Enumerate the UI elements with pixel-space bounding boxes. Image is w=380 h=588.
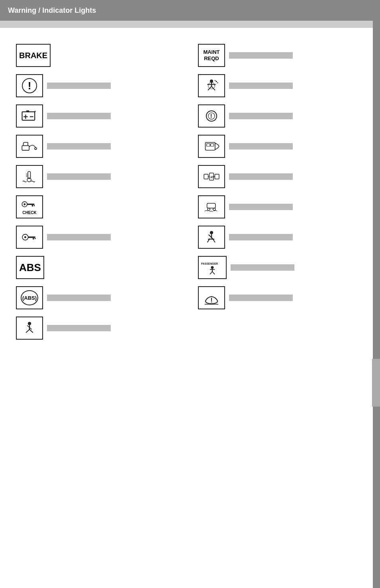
- indicators-grid: BRAKE !: [16, 44, 364, 340]
- door-box: [198, 135, 225, 158]
- svg-rect-6: [22, 146, 29, 150]
- svg-rect-17: [32, 205, 33, 206]
- maint-box: MAINTREQD: [198, 44, 225, 67]
- slippery-box: [198, 195, 225, 218]
- svg-line-63: [210, 271, 212, 274]
- svg-rect-50: [207, 203, 215, 208]
- brake-label: BRAKE: [19, 51, 47, 60]
- key-icon: [21, 229, 38, 245]
- brake-indicator: BRAKE: [16, 44, 182, 67]
- svg-line-55: [209, 234, 213, 239]
- svg-rect-18: [34, 205, 35, 206]
- svg-point-37: [215, 80, 215, 81]
- seatbelt-indicator: [198, 226, 364, 249]
- abs-text-icon: ABS: [19, 262, 41, 274]
- vsc-bar: [229, 113, 293, 119]
- svg-text:!: !: [210, 113, 212, 119]
- brake-box: BRAKE: [16, 44, 51, 67]
- door-bar: [229, 143, 293, 149]
- tire-pressure-indicator: [198, 286, 364, 309]
- svg-rect-23: [35, 238, 35, 239]
- tire-pressure-icon: [203, 290, 220, 306]
- low-oil-bar: [47, 83, 111, 89]
- battery-box: +: [16, 104, 43, 128]
- passenger-bar: [231, 264, 294, 271]
- battery-indicator: +: [16, 104, 182, 128]
- airbag-seatbelt-indicator: [16, 317, 182, 340]
- slippery-icon: [203, 199, 220, 215]
- tire-pressure-box: [198, 286, 225, 309]
- door-indicator: [198, 135, 364, 158]
- svg-point-15: [24, 203, 25, 205]
- circle-exclamation-icon: !: [22, 78, 37, 93]
- seatbelt-bar: [229, 234, 293, 240]
- header-title: Warning / Indicator Lights: [8, 6, 96, 15]
- svg-rect-9: [28, 171, 31, 179]
- svg-text:+: +: [34, 110, 36, 114]
- left-column: BRAKE !: [16, 44, 182, 340]
- seatbelt-box: [198, 226, 225, 249]
- maint-indicator: MAINTREQD: [198, 44, 364, 67]
- svg-rect-44: [204, 174, 208, 179]
- key-box: [16, 226, 43, 249]
- temp-bar: [47, 173, 111, 180]
- srs-box: [198, 74, 225, 97]
- airbag-seatbelt-bar: [47, 325, 111, 331]
- temp-box: [16, 165, 43, 188]
- svg-rect-16: [27, 203, 34, 205]
- abs-circle-box: (ABS): [16, 286, 43, 309]
- main-content: BRAKE !: [0, 28, 380, 352]
- vsc-box: !: [198, 104, 225, 128]
- door-icon: [203, 138, 220, 154]
- svg-rect-0: [22, 112, 35, 120]
- airbag-seatbelt-icon: [21, 320, 38, 336]
- sub-header-bar: [0, 21, 380, 28]
- svg-point-53: [210, 231, 213, 234]
- svg-point-60: [211, 266, 214, 269]
- srs-bar: [229, 83, 293, 89]
- oil-can-icon: [21, 138, 38, 154]
- svg-rect-22: [33, 238, 34, 240]
- abs-circle-icon: (ABS): [21, 290, 38, 305]
- low-oil-indicator: !: [16, 74, 182, 97]
- right-sidebar: [373, 0, 380, 588]
- oil-bar: [47, 143, 111, 149]
- passenger-airbag-box: PASSENGER: [198, 256, 227, 279]
- seatbelt-icon: [203, 229, 220, 245]
- key-check-indicator: CHECK: [16, 195, 182, 218]
- oil-box: [16, 135, 43, 158]
- slippery-bar: [229, 204, 293, 210]
- oil-indicator: [16, 135, 182, 158]
- svg-point-7: [35, 147, 37, 149]
- svg-text:AT: AT: [210, 176, 214, 179]
- abs-text-indicator: ABS: [16, 256, 182, 279]
- key-check-icon: [21, 199, 38, 210]
- slippery-indicator: [198, 195, 364, 218]
- svg-text:PASSENGER: PASSENGER: [201, 262, 218, 265]
- svg-point-35: [216, 81, 217, 82]
- engine-auto-bar: [229, 173, 293, 180]
- abs-text-box: ABS: [16, 256, 44, 279]
- svg-rect-43: [211, 144, 214, 146]
- svg-point-52: [213, 208, 215, 210]
- temp-icon: [21, 169, 38, 185]
- srs-indicator: [198, 74, 364, 97]
- svg-rect-21: [28, 236, 35, 238]
- battery-icon: +: [21, 108, 38, 124]
- engine-auto-indicator: AT: [198, 165, 364, 188]
- airbag-seatbelt-box: [16, 317, 43, 340]
- key-check-box: CHECK: [16, 195, 43, 218]
- engine-auto-box: AT: [198, 165, 225, 188]
- svg-point-20: [24, 236, 26, 238]
- engine-auto-icon: AT: [203, 169, 220, 185]
- svg-point-24: [28, 322, 31, 325]
- key-bar: [47, 234, 111, 240]
- passenger-airbag-indicator: PASSENGER: [198, 256, 364, 279]
- svg-line-64: [212, 271, 215, 274]
- svg-rect-1: [26, 110, 29, 112]
- key-indicator: [16, 226, 182, 249]
- svg-rect-46: [215, 174, 219, 179]
- vsc-icon: !: [203, 108, 220, 124]
- abs-circle-indicator: (ABS): [16, 286, 182, 309]
- svg-line-28: [29, 329, 33, 332]
